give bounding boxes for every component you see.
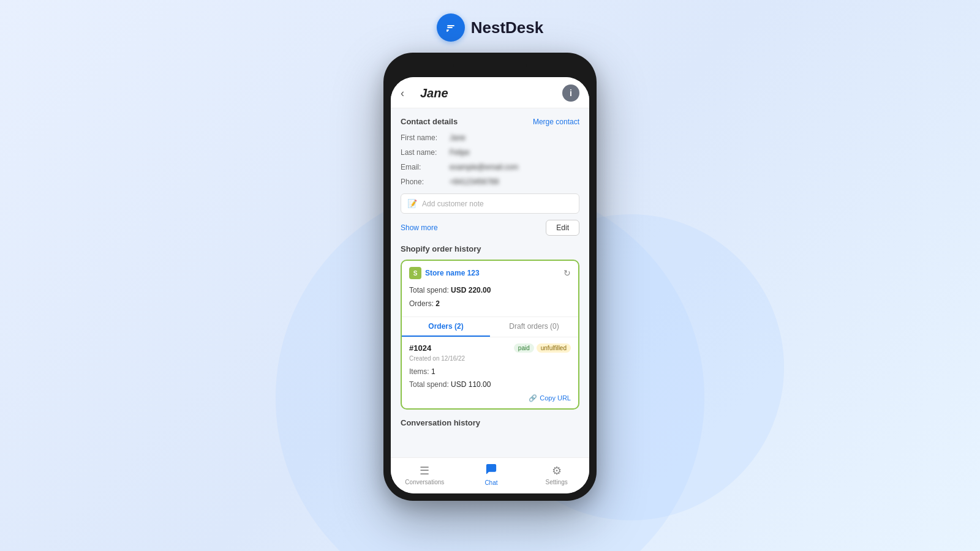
- email-label: Email:: [401, 162, 450, 173]
- chat-icon: [485, 463, 497, 478]
- total-spend-value: USD 220.00: [451, 286, 491, 294]
- conversations-label: Conversations: [405, 479, 444, 485]
- contact-phone-field: Phone: +84123456789: [401, 176, 579, 187]
- copy-icon: 🔗: [529, 394, 537, 402]
- shopify-store-header: S Store name 123 ↻: [402, 261, 578, 284]
- bottom-nav: ☰ Conversations Chat ⚙ Settings: [391, 457, 589, 493]
- orders-label: Orders:: [409, 299, 434, 308]
- last-name-label: Last name:: [401, 147, 450, 158]
- order-total-spend: Total spend: USD 110.00: [409, 378, 571, 391]
- phone-screen: ‹ Jane i Contact details Merge contact F…: [391, 77, 589, 493]
- copy-url-button[interactable]: 🔗 Copy URL: [529, 394, 571, 402]
- paid-badge: paid: [514, 343, 534, 353]
- copy-url-label: Copy URL: [540, 394, 571, 402]
- note-icon: 📝: [407, 199, 417, 208]
- settings-label: Settings: [546, 479, 568, 485]
- contact-first-name-field: First name: Jane: [401, 132, 579, 143]
- show-edit-row: Show more Edit: [401, 220, 579, 236]
- info-button[interactable]: i: [562, 84, 579, 102]
- copy-url-row: 🔗 Copy URL: [409, 394, 571, 402]
- shopify-section-title: Shopify order history: [401, 244, 579, 253]
- unfulfilled-badge: unfulfilled: [537, 343, 571, 353]
- app-name: NestDesk: [471, 18, 544, 37]
- order-items: Items: 1: [409, 365, 571, 378]
- contact-details-header: Contact details Merge contact: [401, 117, 579, 126]
- orders-tabs: Orders (2) Draft orders (0): [402, 317, 578, 337]
- shopify-logo: S: [409, 267, 421, 279]
- orders-tab[interactable]: Orders (2): [402, 317, 490, 337]
- refresh-icon[interactable]: ↻: [564, 268, 571, 278]
- chat-label: Chat: [484, 479, 497, 486]
- screen-content: Contact details Merge contact First name…: [391, 108, 589, 457]
- app-header: NestDesk: [437, 13, 544, 42]
- show-more-link[interactable]: Show more: [401, 223, 438, 232]
- conversation-history-title: Conversation history: [401, 418, 579, 427]
- draft-orders-tab[interactable]: Draft orders (0): [490, 317, 578, 337]
- edit-button[interactable]: Edit: [546, 220, 579, 236]
- phone-frame: ‹ Jane i Contact details Merge contact F…: [383, 53, 597, 501]
- nav-item-conversations[interactable]: ☰ Conversations: [405, 464, 444, 485]
- order-number: #1024: [409, 343, 431, 353]
- first-name-value: Jane: [450, 132, 466, 143]
- contact-details-title: Contact details: [401, 117, 458, 126]
- first-name-label: First name:: [401, 132, 450, 143]
- order-header: #1024 paid unfulfilled: [409, 343, 571, 353]
- orders-count-row: Orders: 2: [409, 298, 571, 311]
- app-logo-icon: [437, 13, 465, 42]
- note-placeholder-text: Add customer note: [422, 200, 484, 208]
- phone-value: +84123456789: [450, 176, 499, 187]
- order-card-1024: #1024 paid unfulfilled Created on 12/16/…: [402, 337, 578, 408]
- order-date: Created on 12/16/22: [409, 355, 571, 362]
- last-name-value: Felipe: [450, 147, 470, 158]
- phone-notch: [453, 60, 527, 73]
- orders-count: 2: [435, 299, 440, 308]
- customer-note-input[interactable]: 📝 Add customer note: [401, 193, 579, 214]
- total-spend-label: Total spend:: [409, 286, 449, 294]
- merge-contact-link[interactable]: Merge contact: [533, 118, 579, 126]
- total-spend-row: Total spend: USD 220.00: [409, 284, 571, 298]
- contact-email-field: Email: example@email.com: [401, 162, 579, 173]
- shopify-stats: Total spend: USD 220.00 Orders: 2: [402, 284, 578, 317]
- contact-name-title: Jane: [420, 86, 557, 100]
- phone-label: Phone:: [401, 176, 450, 187]
- nav-item-settings[interactable]: ⚙ Settings: [538, 464, 575, 485]
- store-name[interactable]: Store name 123: [425, 269, 480, 277]
- shopify-order-history-card: S Store name 123 ↻ Total spend: USD 220.…: [401, 260, 579, 410]
- email-value: example@email.com: [450, 162, 518, 173]
- screen-topbar: ‹ Jane i: [391, 77, 589, 108]
- settings-icon: ⚙: [552, 464, 562, 478]
- back-button[interactable]: ‹: [401, 87, 415, 100]
- order-badges: paid unfulfilled: [514, 343, 571, 353]
- nav-item-chat[interactable]: Chat: [473, 463, 510, 486]
- contact-last-name-field: Last name: Felipe: [401, 147, 579, 158]
- conversations-icon: ☰: [420, 464, 429, 478]
- shopify-store-info: S Store name 123: [409, 267, 480, 279]
